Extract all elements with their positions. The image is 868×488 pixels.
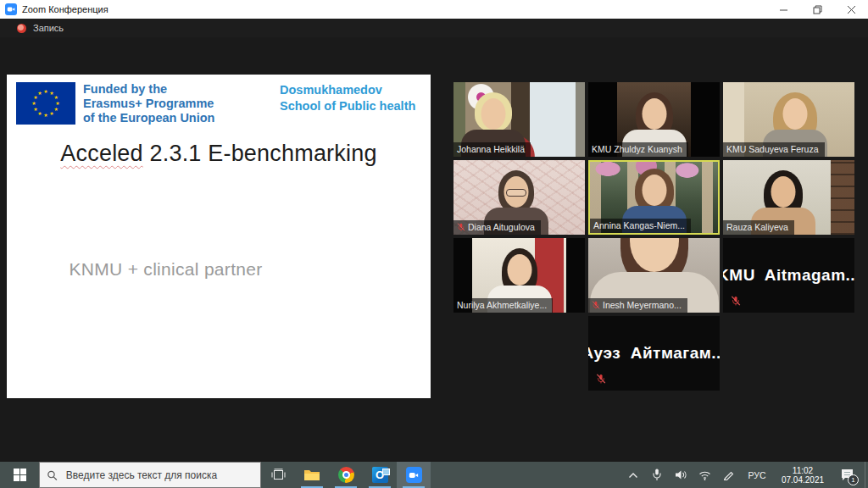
svg-text:★: ★ [37, 110, 42, 116]
participant-tile[interactable]: KMU Saduyeva Feruza KMU Saduyeva Feruza [723, 82, 854, 157]
restore-button[interactable] [800, 0, 834, 19]
tray-expand-button[interactable] [624, 462, 643, 488]
eu-funding-text: Funded by the Erasmus+ Programme of the … [83, 82, 214, 125]
zoom-window: Zoom Конференция Запись ★★★ ★★★ [0, 0, 868, 488]
participant-name: Rauza Kaliyeva [726, 222, 788, 232]
participant-tile[interactable]: KMU Zhuldyz Kuanysh KMU Zhuldyz Kuanysh [588, 82, 720, 157]
window-controls [766, 0, 868, 19]
school-name-line: Dosmukhamedov [280, 82, 415, 98]
svg-text:★: ★ [53, 106, 58, 112]
slide-title: Acceled 2.3.1 E-benchmarking [7, 141, 431, 167]
outlook-button[interactable]: O [363, 462, 397, 488]
search-input[interactable] [64, 469, 253, 482]
muted-mic-icon [596, 374, 606, 384]
tray-date: 07.04.2021 [782, 475, 824, 485]
chrome-button[interactable] [329, 462, 363, 488]
slide-subtitle: KNMU + clinical partner [7, 259, 325, 280]
taskbar-search[interactable] [39, 462, 261, 488]
participant-tile[interactable]: Ауэз Айтмагам... Ауэз Айтмагам... [588, 316, 720, 391]
system-tray: РУС 11:02 07.04.2021 1 [624, 462, 865, 488]
eu-funding-line: Funded by the [83, 82, 214, 97]
participant-name-label: KMU Saduyeva Feruza [723, 142, 825, 157]
muted-mic-icon [592, 301, 600, 309]
participant-name: KMU Zhuldyz Kuanysh [592, 144, 682, 154]
participant-name-label: Johanna Heikkilä [453, 142, 531, 157]
eu-funding-line: of the European Union [83, 111, 214, 125]
shared-slide: ★★★ ★★★ ★★★ ★★★ Funded by the Erasmus+ P… [7, 75, 431, 398]
task-view-icon [271, 469, 286, 481]
window-title: Zoom Конференция [22, 4, 108, 14]
show-desktop-button[interactable] [865, 462, 868, 488]
participant-name: Annina Kangas-Niem... [593, 220, 685, 230]
participant-name-label: KMU Zhuldyz Kuanysh [588, 142, 688, 157]
eu-funding-line: Erasmus+ Programme [83, 97, 214, 111]
participant-tile[interactable]: Diana Aitugulova Diana Aitugulova [453, 160, 585, 235]
start-button[interactable] [0, 462, 39, 488]
microphone-icon [652, 469, 662, 481]
volume-tray-button[interactable] [671, 462, 690, 488]
participant-name-label: Diana Aitugulova [453, 220, 541, 235]
participant-name-large: Ауэз Айтмагам... [588, 316, 720, 391]
language-indicator[interactable]: РУС [743, 462, 771, 488]
participant-name: Diana Aitugulova [468, 222, 535, 232]
participant-tile[interactable]: Johanna Heikkilä Johanna Heikkilä [453, 82, 585, 157]
chevron-up-icon [628, 472, 638, 479]
meeting-content: ★★★ ★★★ ★★★ ★★★ Funded by the Erasmus+ P… [0, 37, 868, 462]
school-name-line: School of Public health [280, 98, 415, 114]
file-explorer-icon [303, 469, 320, 482]
participant-name: Johanna Heikkilä [457, 144, 525, 154]
svg-text:★: ★ [55, 100, 59, 106]
file-explorer-button[interactable] [295, 462, 329, 488]
zoom-app-icon [5, 3, 17, 15]
participant-name-label: Inesh Meyermano... [588, 298, 687, 313]
close-button[interactable] [834, 0, 868, 19]
participant-name-label: Nurilya Akhmetkaliye... [453, 298, 553, 313]
muted-mic-icon [731, 296, 741, 306]
windows-ink-button[interactable] [719, 462, 737, 488]
recording-label: Запись [33, 23, 64, 33]
participant-grid: Johanna Heikkilä Johanna Heikkilä KMU Zh… [453, 82, 854, 391]
svg-text:★: ★ [43, 112, 47, 118]
zoom-taskbar-button[interactable] [397, 462, 431, 488]
clock[interactable]: 11:02 07.04.2021 [776, 462, 829, 488]
chrome-icon [338, 467, 354, 483]
minimize-button[interactable] [766, 0, 800, 19]
participant-tile[interactable]: Nurilya Akhmetkaliye... Nurilya Akhmetka… [453, 238, 585, 313]
participant-tile[interactable]: KMU Aitmagam... KMU Aitmagam... [723, 238, 854, 313]
svg-text:★: ★ [37, 90, 42, 96]
microphone-tray-button[interactable] [648, 462, 666, 488]
slide-title-rest: 2.3.1 E-benchmarking [143, 141, 377, 166]
participant-name: KMU Saduyeva Feruza [726, 144, 819, 154]
speaker-icon [675, 469, 687, 480]
wifi-icon [698, 470, 711, 480]
taskbar: O РУС 11:02 [0, 462, 868, 488]
eu-flag: ★★★ ★★★ ★★★ ★★★ [15, 82, 76, 125]
svg-text:★: ★ [53, 94, 58, 100]
svg-text:★: ★ [31, 100, 36, 106]
tray-time: 11:02 [793, 466, 813, 475]
notification-badge: 1 [848, 474, 859, 485]
participant-name-large: KMU Aitmagam... [723, 238, 854, 313]
muted-mic-icon [457, 223, 465, 231]
participant-tile[interactable]: Inesh Meyermano... Inesh Meyermano... [588, 238, 720, 313]
slide-title-word: Acceled [60, 141, 142, 166]
search-icon [47, 469, 58, 481]
participant-tile[interactable]: Annina Kangas-Niem... Annina Kangas-Niem… [588, 160, 720, 235]
participant-name: Inesh Meyermano... [603, 300, 682, 310]
action-center-button[interactable]: 1 [834, 462, 860, 488]
outlook-icon: O [372, 467, 388, 483]
participant-tile[interactable]: Rauza Kaliyeva Rauza Kaliyeva [723, 160, 854, 235]
meeting-toolbar: Запись [0, 19, 868, 37]
svg-text:★: ★ [43, 88, 47, 94]
school-name-text: Dosmukhamedov School of Public health [280, 82, 415, 114]
recording-indicator-icon [17, 24, 26, 33]
participant-name: Nurilya Akhmetkaliye... [457, 300, 547, 310]
glasses [506, 189, 526, 197]
participant-name-label: Rauza Kaliyeva [723, 220, 794, 235]
task-view-button[interactable] [261, 462, 295, 488]
pen-icon [723, 469, 734, 480]
network-tray-button[interactable] [695, 462, 714, 488]
zoom-taskbar-icon [406, 467, 422, 483]
svg-text:★: ★ [49, 110, 53, 116]
window-titlebar: Zoom Конференция [0, 0, 868, 19]
